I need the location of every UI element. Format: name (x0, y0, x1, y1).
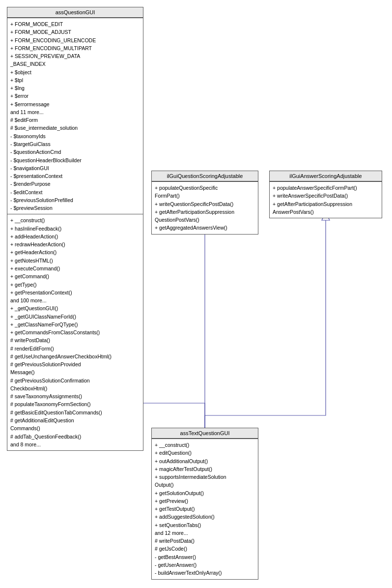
assTextQuestionGUI-methods: + __construct() + editQuestion() + outAd… (152, 439, 258, 579)
diagram-container: assQuestionGUI + FORM_MODE_EDIT + FORM_M… (0, 0, 392, 588)
assQuestionGUI-attributes: + FORM_MODE_EDIT + FORM_MODE_ADJUST + FO… (7, 18, 143, 214)
ilGuiQuestionScoringAdjustable-box: ilGuiQuestionScoringAdjustable + populat… (151, 171, 258, 235)
ilGuiQuestionScoringAdjustable-methods: + populateQuestionSpecific FormPart() + … (152, 181, 258, 234)
assTextQuestionGUI-box: assTextQuestionGUI + __construct() + edi… (151, 428, 258, 580)
ilGuiAnswerScoringAdjustable-box: ilGuiAnswerScoringAdjustable + populateA… (269, 171, 382, 218)
assQuestionGUI-title: assQuestionGUI (7, 7, 143, 18)
assQuestionGUI-methods: + __construct() + hasInlineFeedback() + … (7, 214, 143, 450)
assQuestionGUI-box: assQuestionGUI + FORM_MODE_EDIT + FORM_M… (7, 7, 143, 451)
ilGuiQuestionScoringAdjustable-title: ilGuiQuestionScoringAdjustable (152, 171, 258, 181)
assTextQuestionGUI-title: assTextQuestionGUI (152, 428, 258, 439)
ilGuiAnswerScoringAdjustable-methods: + populateAnswerSpecificFormPart() + wri… (270, 181, 382, 218)
ilGuiAnswerScoringAdjustable-title: ilGuiAnswerScoringAdjustable (270, 171, 382, 181)
